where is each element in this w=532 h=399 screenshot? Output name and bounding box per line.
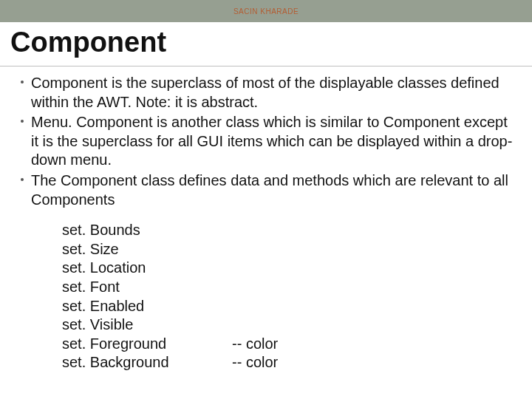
method-name: set. Enabled	[62, 297, 232, 316]
method-note	[232, 278, 514, 297]
bullet-icon	[21, 178, 24, 181]
content-area: Component is the superclass of most of t…	[0, 74, 532, 372]
header-bar: SACIN KHARADE	[0, 0, 532, 22]
method-note	[232, 221, 514, 240]
method-row: set. Background -- color	[62, 353, 514, 372]
method-name: set. Size	[62, 240, 232, 259]
method-row: set. Location	[62, 259, 514, 278]
method-note	[232, 316, 514, 335]
method-row: set. Font	[62, 278, 514, 297]
method-row: set. Visible	[62, 316, 514, 335]
bullet-icon	[21, 81, 24, 83]
bullet-icon	[21, 120, 24, 123]
method-note: -- color	[232, 335, 514, 354]
method-name: set. Font	[62, 278, 232, 297]
method-note	[232, 240, 514, 259]
bullet-item: Menu. Component is another class which i…	[21, 113, 514, 170]
method-note	[232, 259, 514, 278]
page-title: Component	[0, 22, 532, 66]
method-row: set. Foreground -- color	[62, 335, 514, 354]
bullet-text: Menu. Component is another class which i…	[31, 114, 512, 168]
method-name: set. Location	[62, 259, 232, 278]
method-name: set. Bounds	[62, 221, 232, 240]
method-note	[232, 297, 514, 316]
bullet-text: Component is the superclass of most of t…	[31, 75, 499, 110]
author-label: SACIN KHARADE	[233, 7, 299, 16]
method-row: set. Enabled	[62, 297, 514, 316]
method-note: -- color	[232, 353, 514, 372]
method-name: set. Visible	[62, 316, 232, 335]
bullet-text: The Component class defines data and met…	[31, 172, 508, 208]
method-name: set. Foreground	[62, 335, 232, 354]
method-row: set. Size	[62, 240, 514, 259]
method-name: set. Background	[62, 353, 232, 372]
bullet-item: Component is the superclass of most of t…	[21, 74, 514, 112]
method-row: set. Bounds	[62, 221, 514, 240]
methods-list: set. Bounds set. Size set. Location set.…	[62, 221, 514, 372]
bullet-item: The Component class defines data and met…	[21, 171, 514, 209]
